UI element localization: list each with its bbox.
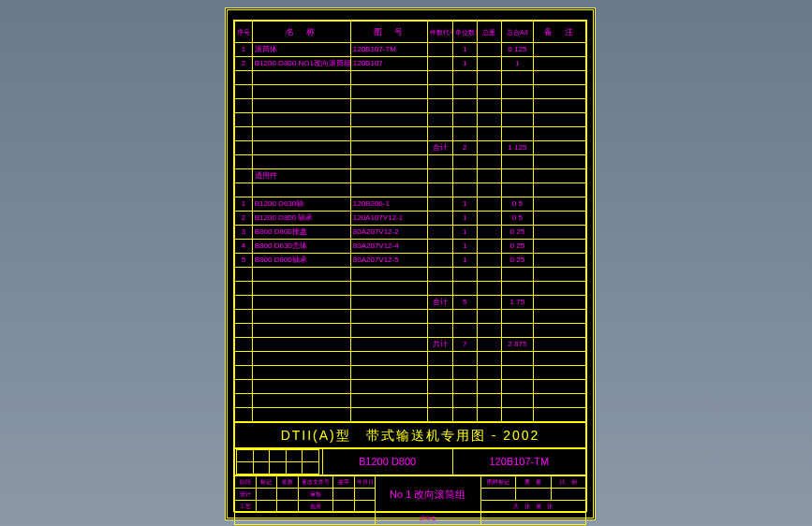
- footer-block: 阶段 标记 处数 更改文件号 签字 年月日 No 1 改向滚筒组 图样标记 重 …: [234, 475, 586, 525]
- col-wt: 总重: [477, 22, 501, 43]
- grandtotal-row: 共计 7 2 875: [235, 338, 586, 352]
- table-row: 1 B1200 D630轴 120B206-1 1 0 5: [235, 197, 586, 212]
- part-name: No 1 改向滚筒组: [376, 476, 481, 513]
- col-total: 总合A/t: [502, 22, 534, 43]
- col-code: 件数代号: [428, 22, 452, 43]
- table-row: 2 B1200 D800 NO1改向滚筒组 120B107 1 1: [235, 57, 586, 71]
- title-band: DTII(A)型 带式输送机专用图 - 2002: [234, 422, 586, 448]
- subtotal-row: 合计 5 1 75: [235, 296, 586, 310]
- spec-left-grid: [235, 449, 323, 475]
- table-row: 5 B800 D800轴承 80A207V12-5 1 0 25: [235, 254, 586, 268]
- spec-value: B1200 D800: [322, 449, 452, 475]
- table-row: 4 B800 D630壳体 80A207V12-4 1 0 25: [235, 240, 586, 254]
- col-name: 名 称: [252, 22, 350, 43]
- code-value: 120B107-TM: [452, 449, 586, 475]
- table-row: 2 B1200 D800 轴承 120A107V12-1 1 0 5: [235, 212, 586, 226]
- col-index: 序号: [235, 22, 253, 43]
- col-qty: 单位数量: [452, 22, 477, 43]
- sheet-title: DTII(A)型 带式输送机专用图 - 2002: [235, 423, 586, 448]
- bom-table: 序号 名 称 图 号 件数代号 单位数量 总重 总合A/t 备 注 1 滚筒体 …: [234, 21, 586, 422]
- table-row: 3 B800 D800接盘 80A207V12-2 1 0 25: [235, 226, 586, 240]
- header-row: 序号 名 称 图 号 件数代号 单位数量 总重 总合A/t 备 注: [235, 22, 586, 43]
- section-label-row: 通用件: [235, 169, 586, 183]
- drawing-sheet: 序号 名 称 图 号 件数代号 单位数量 总重 总合A/t 备 注 1 滚筒体 …: [225, 7, 596, 520]
- spec-band: B1200 D800 120B107-TM: [234, 448, 586, 475]
- drawing-frame: 序号 名 称 图 号 件数代号 单位数量 总重 总合A/t 备 注 1 滚筒体 …: [233, 20, 587, 512]
- subtotal-row: 合计 2 1 125: [235, 141, 586, 155]
- col-remark: 备 注: [533, 22, 585, 43]
- col-drawing: 图 号: [350, 22, 428, 43]
- table-row: 1 滚筒体 120B107-TM 1 0 125: [235, 43, 586, 57]
